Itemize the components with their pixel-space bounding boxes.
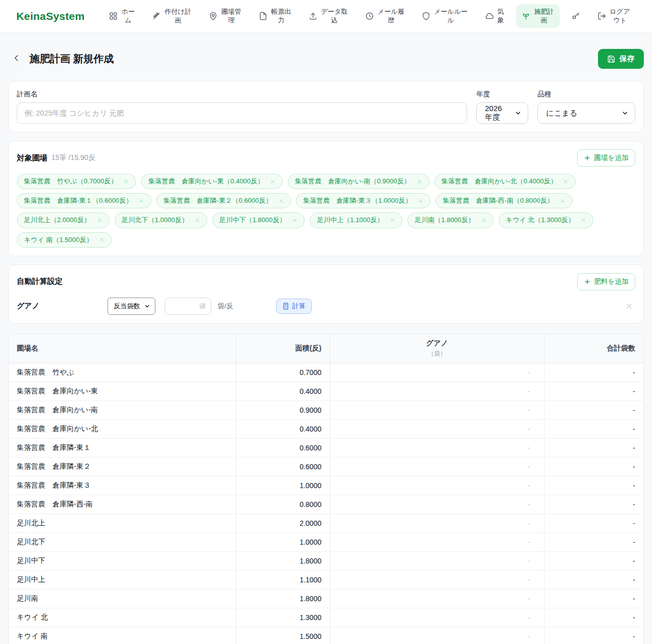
chevron-down-icon: [144, 303, 150, 309]
table-row: 集落営農 竹やぶ0.7000--: [9, 363, 643, 382]
remove-tag-button[interactable]: [278, 198, 284, 204]
table-row: 足川南1.8000--: [9, 589, 643, 608]
history-icon: [365, 12, 374, 20]
add-field-button-label: 圃場を追加: [594, 153, 629, 163]
chevron-down-icon: [621, 110, 629, 117]
brand-logo: KeinaSystem: [16, 10, 85, 22]
remove-tag-button[interactable]: [97, 218, 102, 223]
add-field-button[interactable]: 圃場を追加: [577, 149, 635, 167]
nav-item-field-management[interactable]: 圃場管理: [203, 4, 247, 29]
cell-area: 0.6000: [236, 458, 330, 476]
remove-tag-button[interactable]: [563, 179, 568, 184]
table-row: キウイ 南1.5000--: [9, 627, 643, 644]
remove-tag-button[interactable]: [123, 179, 129, 184]
nav-item-fertilization-plan[interactable]: 施肥計画: [516, 4, 560, 29]
field-tag-label: キウイ 南（1.5000反）: [24, 235, 93, 245]
nav-item-data-import[interactable]: データ取込: [303, 4, 354, 29]
close-icon: [563, 179, 568, 184]
plan-name-label: 計画名: [17, 90, 467, 99]
main-content: 施肥計画 新規作成 保存 計画名 年度 2026年度: [0, 33, 652, 644]
remove-fertilizer-button[interactable]: [623, 300, 635, 312]
remove-tag-button[interactable]: [390, 218, 395, 223]
nav-item-key[interactable]: [566, 8, 586, 24]
cell-total: -: [545, 401, 643, 420]
plan-form-card: 計画名 年度 2026年度 品種 にこまる: [8, 81, 644, 132]
remove-tag-button[interactable]: [481, 218, 486, 223]
table-row: 足川北上2.0000--: [9, 514, 643, 533]
remove-tag-button[interactable]: [560, 198, 565, 204]
nav-item-home[interactable]: ホーム: [103, 4, 141, 29]
cell-fertilizer: -: [330, 363, 544, 382]
cloud-icon: [485, 12, 494, 20]
cell-fertilizer: -: [330, 589, 544, 608]
nav-item-mail-history[interactable]: メール履歴: [360, 4, 410, 29]
cell-total: -: [545, 458, 643, 476]
nav-item-report-output[interactable]: 帳票出力: [253, 4, 297, 29]
save-button[interactable]: 保存: [598, 49, 644, 69]
nav-item-label: ログアウト: [610, 8, 630, 25]
field-tag-label: 足川南（1.8000反）: [415, 216, 475, 225]
calc-mode-select[interactable]: 反当袋数: [107, 298, 155, 315]
save-icon: [607, 55, 615, 63]
add-fertilizer-button[interactable]: 肥料を追加: [577, 273, 635, 290]
field-tag-label: 集落営農 倉庫隣-西-南（0.8000反）: [443, 196, 553, 205]
field-tag-label: 集落営農 竹やぶ（0.7000反）: [24, 177, 117, 186]
field-tag-label: キウイ 北（1.3000反）: [506, 216, 575, 225]
table-row: 足川中下1.8000--: [9, 552, 643, 571]
field-tag: 集落営農 竹やぶ（0.7000反）: [17, 174, 136, 189]
cell-area: 1.0000: [236, 533, 330, 552]
remove-tag-button[interactable]: [417, 179, 422, 184]
nav-item-cropping-plan[interactable]: 作付け計画: [147, 4, 197, 29]
cell-total: -: [545, 439, 643, 458]
cell-field-name: 集落営農 倉庫隣-東１: [9, 439, 236, 458]
remove-tag-button[interactable]: [581, 218, 586, 223]
page-header: 施肥計画 新規作成 保存: [8, 33, 644, 81]
cell-fertilizer: -: [330, 552, 544, 571]
cell-field-name: 足川中上: [9, 571, 236, 589]
plus-icon: [584, 154, 591, 162]
cell-total: -: [545, 552, 643, 571]
back-button[interactable]: [8, 51, 24, 67]
cell-field-name: キウイ 北: [9, 608, 236, 627]
target-fields-title: 対象圃場: [17, 153, 47, 163]
cell-area: 1.5000: [236, 627, 330, 644]
remove-tag-button[interactable]: [99, 237, 104, 243]
remove-tag-button[interactable]: [270, 179, 276, 184]
nav-item-weather[interactable]: 気象: [479, 4, 510, 29]
close-icon: [418, 198, 423, 204]
cell-field-name: 集落営農 倉庫隣-東２: [9, 458, 236, 476]
cell-total: -: [545, 476, 643, 495]
remove-tag-button[interactable]: [195, 218, 200, 223]
cell-total: -: [545, 533, 643, 552]
field-tag: 集落営農 倉庫向かい-北（0.4000反）: [434, 174, 576, 189]
plan-name-input[interactable]: [17, 102, 467, 124]
table-header-row: 圃場名 面積(反) グアノ （袋） 合計袋数: [9, 334, 643, 363]
year-select[interactable]: 2026年度: [476, 102, 528, 124]
table-row: 集落営農 倉庫隣-東２0.6000--: [9, 458, 643, 476]
cell-area: 1.8000: [236, 589, 330, 608]
chevron-left-icon: [11, 53, 21, 65]
remove-tag-button[interactable]: [292, 218, 297, 223]
cell-field-name: 足川北下: [9, 533, 236, 552]
nav-item-mail-rules[interactable]: メールルール: [416, 4, 473, 29]
remove-tag-button[interactable]: [139, 198, 144, 204]
close-icon: [481, 218, 486, 223]
cell-fertilizer: -: [330, 401, 544, 420]
table-row: 足川中上1.1000--: [9, 571, 643, 589]
calculate-button[interactable]: 計算: [276, 299, 312, 314]
table-row: 集落営農 倉庫隣-東１0.6000--: [9, 439, 643, 458]
cell-total: -: [545, 589, 643, 608]
remove-tag-button[interactable]: [418, 198, 423, 204]
nav-item-label: 施肥計画: [534, 8, 554, 25]
cell-field-name: 集落営農 倉庫向かい-北: [9, 420, 236, 439]
cell-area: 0.6000: [236, 439, 330, 458]
calculator-icon: [282, 303, 289, 310]
fields-table-card: 圃場名 面積(反) グアノ （袋） 合計袋数 集落営農 竹やぶ0.7000--集…: [8, 334, 644, 644]
close-icon: [560, 198, 565, 204]
calc-value-input[interactable]: [165, 298, 211, 315]
variety-select[interactable]: にこまる: [537, 102, 635, 124]
cell-total: -: [545, 608, 643, 627]
field-tag-label: 足川北下（1.0000反）: [122, 216, 188, 225]
nav-item-logout[interactable]: ログアウト: [592, 4, 636, 29]
cell-fertilizer: -: [330, 627, 544, 644]
